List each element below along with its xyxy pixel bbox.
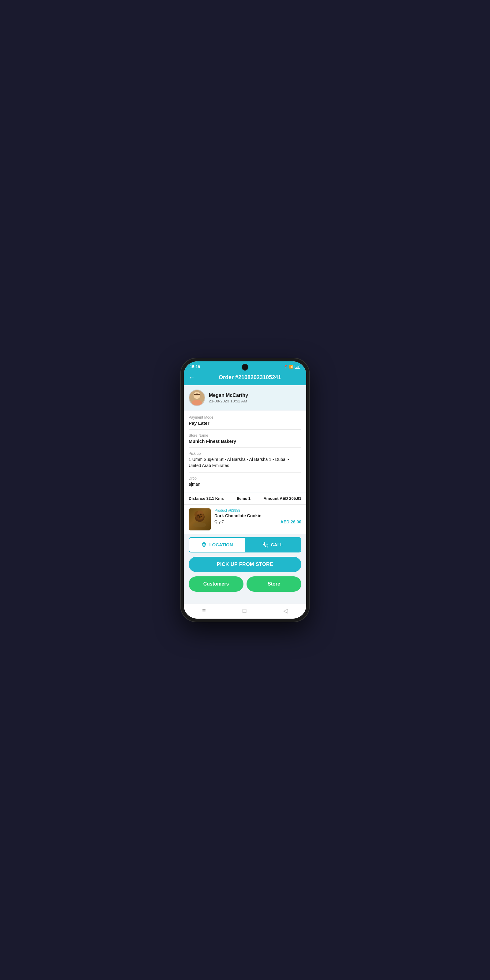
content-scroll[interactable]: Megan McCarthy 21-08-2023 10:52 AM Payme… — [184, 385, 306, 604]
back-button[interactable]: ← — [189, 374, 195, 381]
location-status-icon: 📍 — [283, 365, 288, 369]
pickup-address: 1 Umm Suqeim St - Al Barsha - Al Barsha … — [189, 457, 301, 469]
stats-row: Distance 32.1 Kms Items 1 Amount AED 205… — [184, 492, 306, 505]
svg-point-5 — [193, 522, 207, 527]
product-name: Dark Chocolate Cookie — [215, 513, 301, 518]
customer-card: Megan McCarthy 21-08-2023 10:52 AM — [184, 385, 306, 410]
product-qty: Qty:7 — [215, 519, 224, 524]
product-price: AED 26.00 — [280, 519, 301, 524]
amount-label: Amount — [263, 496, 278, 501]
home-nav-icon[interactable]: □ — [243, 607, 246, 614]
amount-value: AED 205.61 — [280, 496, 301, 501]
distance-value: 32.1 Kms — [207, 496, 224, 501]
pickup-label: Pick up — [189, 452, 301, 456]
customer-info: Megan McCarthy 21-08-2023 10:52 AM — [209, 393, 248, 403]
svg-point-12 — [197, 514, 199, 516]
pickup-row: Pick up 1 Umm Suqeim St - Al Barsha - Al… — [189, 452, 301, 473]
customer-name: Megan McCarthy — [209, 393, 248, 398]
distance-label: Distance — [189, 496, 205, 501]
svg-point-14 — [199, 516, 200, 517]
qty-label: Qty: — [215, 519, 222, 524]
distance-stat: Distance 32.1 Kms — [189, 496, 224, 501]
drop-row: Drop ajman — [189, 476, 301, 488]
battery-icon: 23 — [294, 365, 300, 369]
payment-value: Pay Later — [189, 420, 301, 426]
product-card: Product #63988 Dark Chocolate Cookie Qty… — [184, 505, 306, 534]
qty-value: 7 — [222, 519, 224, 524]
store-button[interactable]: Store — [247, 576, 301, 592]
status-icons: 📍 📶 23 — [283, 365, 300, 369]
svg-rect-4 — [194, 394, 200, 395]
app-header: ← Order #21082023105241 — [184, 371, 306, 385]
drop-address: ajman — [189, 481, 301, 488]
avatar — [189, 390, 205, 406]
items-label: Items — [237, 496, 247, 501]
payment-label: Payment Mode — [189, 415, 301, 420]
call-icon — [263, 542, 268, 547]
product-details: Product #63988 Dark Chocolate Cookie Qty… — [215, 508, 301, 524]
items-value: 1 — [248, 496, 250, 501]
svg-point-15 — [197, 516, 198, 517]
svg-point-13 — [200, 514, 202, 515]
phone-frame: 15:18 📍 📶 23 ← Order #21082023105241 — [181, 358, 309, 622]
call-tab[interactable]: CALL — [245, 538, 301, 552]
order-datetime: 21-08-2023 10:52 AM — [209, 399, 248, 403]
store-value: Munich Finest Bakery — [189, 439, 301, 444]
phone-screen: 15:18 📍 📶 23 ← Order #21082023105241 — [184, 361, 306, 619]
status-time: 15:18 — [190, 364, 200, 369]
pickup-from-store-button[interactable]: PICK UP FROM STORE — [189, 557, 301, 572]
payment-row: Payment Mode Pay Later — [189, 415, 301, 430]
page-title: Order #21082023105241 — [199, 374, 301, 381]
product-image — [189, 508, 211, 530]
order-details: Payment Mode Pay Later Store Name Munich… — [184, 411, 306, 492]
bottom-actions: Customers Store — [184, 576, 306, 595]
wifi-icon: 📶 — [289, 365, 293, 369]
location-tab-label: LOCATION — [209, 542, 233, 547]
store-row: Store Name Munich Finest Bakery — [189, 433, 301, 448]
svg-point-16 — [201, 516, 202, 517]
location-tab[interactable]: LOCATION — [189, 538, 245, 552]
menu-nav-icon[interactable]: ≡ — [202, 607, 206, 614]
items-stat: Items 1 — [237, 496, 250, 501]
cookie-image — [189, 508, 211, 530]
store-label: Store Name — [189, 433, 301, 438]
svg-point-17 — [203, 543, 205, 545]
nav-bar: ≡ □ ◁ — [184, 604, 306, 619]
call-tab-label: CALL — [271, 542, 283, 547]
customers-button[interactable]: Customers — [189, 576, 243, 592]
product-qty-price: Qty:7 AED 26.00 — [215, 519, 301, 524]
back-nav-icon[interactable]: ◁ — [283, 607, 288, 614]
camera-notch — [242, 364, 248, 371]
location-icon — [201, 542, 207, 547]
amount-stat: Amount AED 205.61 — [263, 496, 301, 501]
product-id: Product #63988 — [215, 508, 301, 513]
drop-label: Drop — [189, 476, 301, 480]
action-tabs: LOCATION CALL — [189, 537, 301, 552]
